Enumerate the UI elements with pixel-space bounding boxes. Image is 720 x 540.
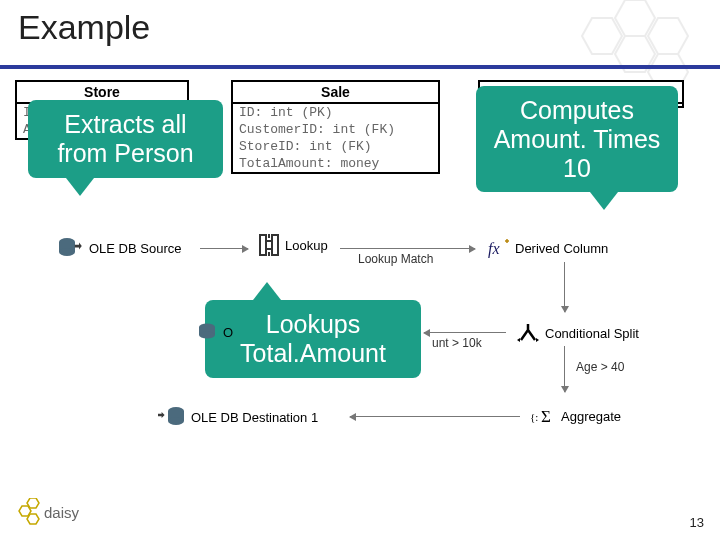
daisy-logo: daisy (16, 498, 96, 530)
database-icon (58, 237, 84, 259)
svg-point-14 (199, 332, 215, 339)
svg-marker-0 (615, 0, 655, 36)
node-derived-column: fx Derived Column (486, 237, 608, 259)
node-label: OLE DB Destination 1 (191, 410, 318, 425)
aggregate-icon: {: Σ (530, 405, 556, 427)
node-lookup: Lookup (258, 232, 328, 258)
database-icon (198, 323, 218, 341)
callout-computes: Computes Amount. Times 10 (476, 86, 678, 192)
split-icon (516, 322, 540, 344)
schema-row: TotalAmount: money (233, 155, 438, 172)
callout-tail (66, 178, 94, 196)
schema-sale: Sale ID: int (PK) CustomerID: int (FK) S… (231, 80, 440, 174)
callout-text: Lookups Total.Amount (240, 310, 386, 367)
svg-text:{:: {: (530, 411, 538, 423)
node-label: Conditional Split (545, 326, 639, 341)
database-dest-icon (158, 406, 186, 428)
logo-text: daisy (44, 504, 80, 521)
svg-marker-1 (648, 18, 688, 54)
arrow (564, 262, 565, 312)
arrow (564, 346, 565, 392)
svg-marker-22 (27, 514, 39, 524)
schema-row: ID: int (PK) (233, 104, 438, 121)
title-underline (0, 65, 720, 69)
node-aggregate: {: Σ Aggregate (530, 405, 621, 427)
arrow (424, 332, 506, 333)
node-ole-partial: O (198, 323, 233, 341)
edge-label-age: Age > 40 (576, 360, 624, 374)
fx-icon: fx (486, 237, 510, 259)
callout-extracts: Extracts all from Person (28, 100, 223, 178)
schema-row: StoreID: int (FK) (233, 138, 438, 155)
node-label: Aggregate (561, 409, 621, 424)
node-conditional-split: Conditional Split (516, 322, 639, 344)
node-ole-db-source: OLE DB Source (58, 237, 182, 259)
node-label: Derived Column (515, 241, 608, 256)
svg-point-17 (168, 417, 184, 425)
schema-header: Sale (233, 82, 438, 104)
callout-text: Computes Amount. Times 10 (494, 96, 661, 182)
schema-row: CustomerID: int (FK) (233, 121, 438, 138)
slide-title: Example (18, 8, 150, 47)
svg-rect-9 (272, 235, 278, 255)
edge-label-amount: unt > 10k (432, 336, 482, 350)
svg-rect-8 (260, 235, 266, 255)
svg-text:fx: fx (488, 240, 500, 258)
svg-marker-21 (27, 498, 39, 508)
callout-text: Extracts all from Person (57, 110, 193, 167)
callout-tail (253, 282, 281, 300)
svg-point-7 (59, 248, 75, 256)
svg-text:Σ: Σ (541, 407, 551, 426)
edge-label-lookup-match: Lookup Match (358, 252, 433, 266)
callout-lookups: Lookups Total.Amount (205, 300, 421, 378)
lookup-icon (258, 232, 280, 258)
arrow (340, 248, 475, 249)
node-label: OLE DB Source (89, 241, 182, 256)
arrow (350, 416, 520, 417)
svg-marker-3 (582, 18, 622, 54)
node-ole-db-destination: OLE DB Destination 1 (158, 406, 318, 428)
page-number: 13 (690, 515, 704, 530)
node-label: O (223, 325, 233, 340)
arrow (200, 248, 248, 249)
callout-tail (590, 192, 618, 210)
node-label: Lookup (285, 238, 328, 253)
